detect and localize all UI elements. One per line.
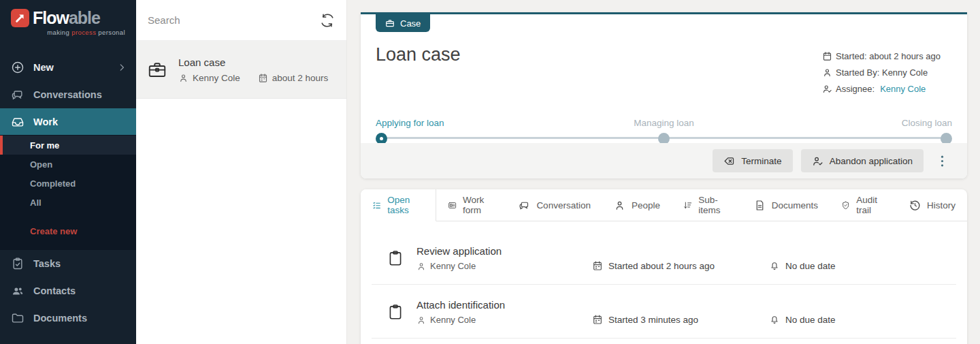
task-started: Started about 2 hours ago	[592, 260, 769, 271]
document-icon	[754, 200, 766, 211]
abandon-label: Abandon application	[830, 156, 913, 166]
tab-label: Open tasks	[387, 195, 423, 215]
brand-name: Flowable	[33, 10, 100, 27]
tab-label: Documents	[772, 200, 818, 210]
refresh-button[interactable]	[320, 13, 335, 28]
sidebar-item-new[interactable]: New	[0, 54, 136, 81]
person-check-icon	[822, 84, 832, 94]
task-due-value: No due date	[785, 261, 836, 271]
refresh-icon	[320, 13, 335, 28]
calendar-icon	[258, 73, 268, 83]
submenu-item-open[interactable]: Open	[0, 155, 136, 174]
milestone-label-closing: Closing loan	[902, 118, 952, 128]
clipboard-icon	[387, 249, 404, 267]
submenu-label: All	[30, 198, 42, 208]
tab-audit-trail[interactable]: Audit trail	[830, 189, 898, 221]
tab-label: Sub-items	[698, 195, 730, 215]
milestone-progress: Applying for loan Managing loan Closing …	[376, 115, 952, 146]
kebab-menu-icon	[941, 155, 944, 168]
tab-people[interactable]: People	[602, 189, 672, 221]
tab-history[interactable]: History	[898, 189, 967, 221]
submenu-item-completed[interactable]: Completed	[0, 174, 136, 193]
sidebar-item-conversations[interactable]: Conversations	[0, 81, 136, 108]
calendar-icon	[592, 314, 603, 325]
sidebar-item-label: Tasks	[33, 258, 61, 269]
tagline-post: personal	[96, 29, 125, 36]
assignee-link[interactable]: Kenny Cole	[880, 84, 926, 94]
briefcase-icon	[147, 59, 167, 80]
task-title: Review application	[416, 245, 592, 257]
sidebar-item-label: New	[33, 62, 54, 73]
submenu-label: Completed	[30, 178, 76, 189]
case-header-card: Case Loan case Started: about 2 hours ag…	[361, 12, 967, 178]
task-row-attach-identification[interactable]: Attach identification Kenny Cole Started…	[372, 285, 956, 339]
milestone-label-applying: Applying for loan	[376, 118, 444, 128]
abandon-application-button[interactable]: Abandon application	[801, 149, 924, 172]
plus-circle-icon	[11, 61, 24, 74]
tab-label: History	[927, 200, 956, 210]
search-input[interactable]	[148, 14, 313, 26]
case-item-assignee: Kenny Cole	[193, 73, 240, 83]
sidebar-item-label: Documents	[33, 313, 87, 324]
case-info-block: Started: about 2 hours ago Started By: K…	[822, 51, 941, 94]
sidebar-item-label: Work	[33, 116, 58, 127]
briefcase-icon	[385, 18, 395, 28]
task-assignee: Kenny Cole	[430, 261, 476, 271]
submenu-label: For me	[30, 140, 59, 151]
submenu-item-all[interactable]: All	[0, 193, 136, 212]
terminate-label: Terminate	[741, 156, 781, 166]
started-by-row: Started By: Kenny Cole	[822, 67, 928, 78]
chevron-right-icon	[117, 63, 127, 72]
tab-sub-items[interactable]: Sub-items	[672, 189, 742, 221]
flowable-logo-icon	[11, 9, 29, 27]
case-item-started: about 2 hours	[272, 73, 329, 83]
tab-work-form[interactable]: Work form	[436, 189, 508, 221]
tab-label: Audit trail	[856, 195, 886, 215]
brand-tagline: making process personal	[11, 29, 127, 36]
submenu-item-for-me[interactable]: For me	[0, 136, 136, 155]
sidebar-item-label: Conversations	[33, 89, 102, 100]
inbox-icon	[11, 115, 24, 129]
sidebar-item-work[interactable]: Work	[0, 108, 136, 135]
tab-label: Conversation	[536, 200, 591, 210]
more-actions-button[interactable]	[933, 149, 951, 172]
calendar-icon	[822, 51, 832, 61]
sidebar-item-contacts[interactable]: Contacts	[0, 277, 136, 304]
brand-able: able	[69, 8, 100, 27]
tab-conversation[interactable]: Conversation	[507, 189, 602, 221]
task-started-value: Started 3 minutes ago	[608, 315, 698, 325]
case-type-label: Case	[400, 18, 421, 29]
case-type-tag: Case	[376, 14, 430, 32]
open-tasks-list: Review application Kenny Cole Started ab…	[361, 221, 967, 339]
terminate-button[interactable]: Terminate	[713, 149, 792, 172]
tab-open-tasks[interactable]: Open tasks	[361, 189, 436, 221]
sidebar: Flowable making process personal New Con…	[0, 0, 136, 344]
bell-icon	[769, 314, 780, 325]
search-bar	[136, 0, 346, 41]
task-due-date: No due date	[769, 314, 956, 325]
person-icon	[416, 262, 426, 271]
started-value: Started: about 2 hours ago	[836, 51, 941, 61]
sidebar-item-label: Contacts	[33, 285, 76, 296]
person-icon	[822, 67, 832, 78]
task-list-icon	[372, 200, 381, 211]
case-list-panel: Loan case Kenny Cole about 2 hours	[136, 0, 347, 344]
work-submenu: For me Open Completed All Create new	[0, 135, 136, 250]
task-started-value: Started about 2 hours ago	[608, 261, 715, 271]
case-list-item[interactable]: Loan case Kenny Cole about 2 hours	[136, 41, 346, 99]
chat-bubbles-icon	[519, 200, 530, 211]
brand-flow: Flow	[33, 8, 69, 27]
person-icon	[178, 73, 189, 83]
submenu-label: Create new	[30, 226, 77, 236]
task-row-review-application[interactable]: Review application Kenny Cole Started ab…	[372, 231, 956, 285]
submenu-item-create-new[interactable]: Create new	[0, 221, 136, 240]
case-action-bar: Terminate Abandon application	[361, 143, 967, 178]
task-due-date: No due date	[769, 260, 956, 271]
person-check-icon	[812, 155, 823, 167]
people-group-icon	[11, 284, 24, 298]
tab-label: Work form	[463, 195, 495, 215]
folder-icon	[11, 311, 24, 325]
sidebar-item-tasks[interactable]: Tasks	[0, 250, 136, 277]
sidebar-item-documents[interactable]: Documents	[0, 304, 136, 332]
tab-documents[interactable]: Documents	[742, 189, 830, 221]
